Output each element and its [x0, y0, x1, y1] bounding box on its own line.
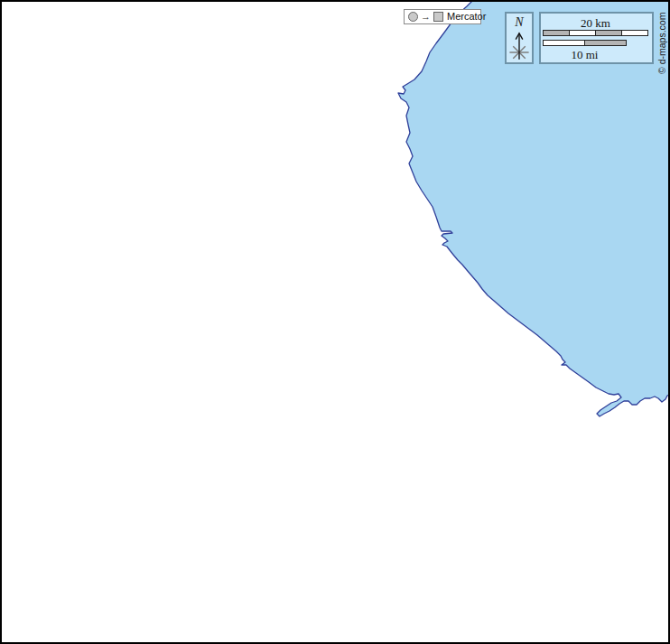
compass-north-label: N — [515, 15, 523, 29]
square-projection-icon — [433, 12, 443, 22]
projection-legend: → Mercator — [404, 9, 481, 24]
arrow-right-icon: → — [421, 12, 431, 22]
compass-needle-icon — [507, 29, 532, 62]
scale-segment — [569, 31, 595, 35]
watermark-credit: © d-maps.com — [656, 9, 668, 74]
scale-segment — [621, 31, 647, 35]
scale-segment — [595, 31, 621, 35]
km-scale-bar — [543, 30, 648, 36]
circle-projection-icon — [408, 12, 418, 22]
scale-bar-panel: 20 km 10 mi — [539, 12, 654, 64]
map-frame: → Mercator N 20 km 1 — [0, 0, 670, 644]
scale-segment — [584, 41, 626, 45]
scale-segment — [544, 31, 569, 35]
scale-km-label: 20 km — [543, 17, 648, 29]
projection-label: Mercator — [446, 12, 486, 22]
scale-segment — [544, 41, 584, 45]
mi-scale-bar — [543, 40, 627, 46]
compass-rose-panel: N — [505, 12, 534, 64]
map-canvas — [0, 0, 670, 644]
scale-mi-label: 10 mi — [543, 49, 627, 61]
